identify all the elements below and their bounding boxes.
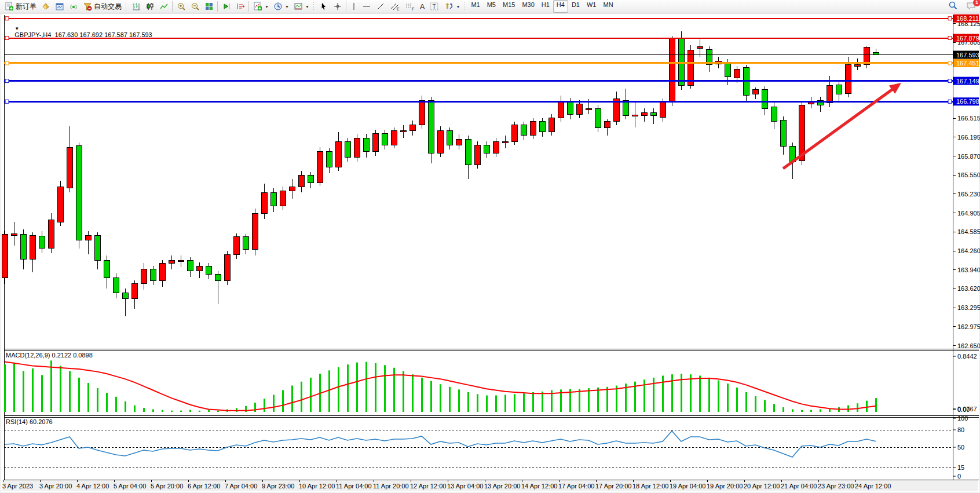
bear-candle (447, 131, 452, 145)
bull-candle (827, 86, 832, 103)
hline-handle[interactable] (948, 36, 952, 40)
macd-bar (755, 396, 756, 412)
macd-bar (801, 410, 803, 412)
bull-candle (511, 125, 517, 141)
periods-button[interactable]: ▼ (271, 0, 291, 13)
tf-m1-button[interactable]: M1 (467, 0, 483, 13)
zoom-in-icon (177, 2, 186, 11)
bull-candle (669, 38, 675, 102)
time-label: 4 Apr 12:00 (76, 483, 109, 490)
bull-candle (289, 187, 295, 191)
hline-handle[interactable] (948, 79, 952, 83)
channel-icon: E (390, 2, 400, 11)
fibonacci-button[interactable]: F (403, 0, 418, 13)
macd-bar (393, 368, 395, 412)
bull-candle (30, 236, 35, 260)
bear-candle (150, 269, 156, 281)
candlestick-button[interactable] (143, 0, 157, 13)
zoom-out-button[interactable] (188, 0, 202, 13)
macd-bar (690, 374, 692, 412)
bear-candle (706, 50, 712, 64)
tile-windows-button[interactable] (202, 0, 216, 13)
bull-candle (586, 108, 591, 109)
macd-bar (273, 395, 275, 412)
tf-h4-button[interactable]: H4 (553, 0, 568, 13)
fibonacci-icon: F (405, 2, 415, 11)
macd-bar (764, 400, 766, 412)
candlestick-icon (145, 2, 155, 11)
svg-text:162.650: 162.650 (957, 342, 980, 349)
tf-d1-button[interactable]: D1 (568, 0, 583, 13)
bear-candle (650, 112, 656, 115)
bull-candle (558, 101, 564, 118)
bar-chart-button[interactable] (129, 0, 143, 13)
tf-w1-button[interactable]: W1 (583, 0, 600, 13)
macd-bar (41, 375, 43, 412)
bull-candle (697, 47, 703, 49)
macd-bar (87, 383, 89, 412)
bull-candle (632, 115, 638, 116)
svg-text:0.0767: 0.0767 (957, 406, 977, 412)
trendline-button[interactable] (374, 0, 387, 13)
bear-candle (20, 235, 26, 260)
notifications-button[interactable]: 1 (966, 1, 977, 13)
chart-shift-button[interactable] (233, 0, 247, 13)
macd-bar (504, 395, 506, 412)
auto-scroll-button[interactable] (220, 0, 233, 13)
hline-handle[interactable] (5, 100, 9, 103)
chart-canvas[interactable]: 168.125167.805166.515166.195165.870165.5… (0, 0, 980, 493)
macd-bar (653, 378, 654, 412)
vertical-line-icon (350, 2, 357, 11)
paint-bucket-icon (41, 2, 50, 11)
tf-m30-button[interactable]: M30 (518, 0, 537, 13)
bull-candle (335, 141, 341, 167)
auto-trading-button[interactable]: 自动交易 (81, 0, 124, 13)
styles-button[interactable] (39, 0, 53, 13)
market-watch-button[interactable] (53, 0, 67, 13)
hline-handle[interactable] (948, 61, 952, 65)
time-label: 23 Apr 23:00 (818, 483, 854, 490)
one-click-trading-toggle[interactable]: ▼ (14, 26, 19, 31)
hline-handle[interactable] (5, 61, 9, 65)
bull-candle (372, 134, 378, 151)
bull-candle (233, 237, 239, 254)
text-tool-button[interactable]: A (418, 0, 427, 13)
bear-candle (539, 122, 545, 132)
macd-bar (449, 387, 451, 412)
equidistant-channel-button[interactable]: E (387, 0, 403, 13)
text-label-button[interactable]: T (427, 0, 442, 13)
macd-bar (291, 386, 293, 412)
macd-bar (13, 363, 15, 412)
time-label: 10 Apr 12:00 (299, 483, 335, 490)
horizontal-line-button[interactable] (360, 0, 374, 13)
templates-button[interactable]: ▼ (291, 0, 312, 13)
bull-candle (548, 118, 554, 132)
zoom-in-button[interactable] (174, 0, 188, 13)
line-chart-button[interactable] (157, 0, 171, 13)
svg-text:15: 15 (957, 464, 964, 471)
tf-m15-button[interactable]: M15 (499, 0, 518, 13)
cursor-button[interactable] (317, 0, 331, 13)
crosshair-button[interactable] (331, 0, 345, 13)
tf-mn-button[interactable]: MN (599, 0, 616, 13)
tf-m5-button[interactable]: M5 (484, 0, 499, 13)
indicators-icon (253, 2, 262, 11)
arrows-tool-button[interactable]: ▼ (442, 0, 462, 13)
vertical-line-button[interactable] (348, 0, 360, 13)
macd-bar (847, 406, 849, 412)
indicators-button[interactable]: ▼ (251, 0, 271, 13)
price-label: 167.879 (956, 35, 979, 42)
hline-handle[interactable] (948, 100, 952, 103)
new-order-button[interactable]: 新订单 (2, 0, 39, 13)
tf-h1-button[interactable]: H1 (538, 0, 553, 13)
bull-candle (48, 220, 54, 249)
hline-handle[interactable] (5, 79, 9, 83)
signals-button[interactable] (67, 0, 81, 13)
bear-candle (836, 85, 842, 94)
hline-handle[interactable] (948, 17, 952, 20)
bull-candle (196, 266, 202, 271)
macd-indicator-label: MACD(12,26,9) 0.2122 0.0898 (6, 352, 93, 359)
macd-bar (365, 362, 367, 412)
search-icon[interactable] (948, 1, 958, 13)
macd-bar (597, 388, 599, 412)
